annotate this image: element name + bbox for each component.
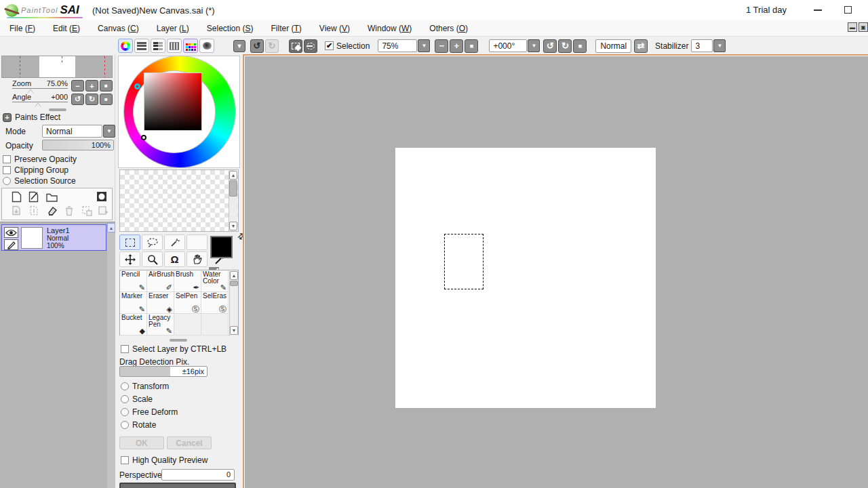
mdi-restore-button[interactable]: ▣: [859, 22, 868, 32]
clipping-group-checkbox[interactable]: [3, 166, 11, 174]
nav-zoom-out-button[interactable]: −: [71, 80, 84, 92]
angle-reset-button[interactable]: ■: [573, 39, 587, 53]
scroll-thumb[interactable]: [229, 180, 237, 197]
swatches-scrollbar[interactable]: ▲ ▼: [229, 171, 237, 231]
perspective-input[interactable]: 0: [161, 469, 235, 481]
high-quality-preview-checkbox[interactable]: [121, 456, 129, 464]
zoom-out-button[interactable]: −: [435, 39, 448, 53]
navigator-zoom-slider[interactable]: Zoom 75.0%: [12, 79, 68, 89]
merge-down-button[interactable]: [28, 205, 40, 217]
scroll-down-button[interactable]: ▼: [229, 222, 237, 230]
menu-item-edit[interactable]: Edit (E): [53, 24, 80, 33]
toolbar-overflow-dropdown[interactable]: ▼: [233, 40, 245, 52]
minimize-button[interactable]: [803, 0, 833, 20]
view-mode-button[interactable]: Normal: [595, 39, 631, 53]
tool-pencil[interactable]: Pencil✎: [120, 270, 147, 292]
sv-marker[interactable]: [141, 135, 146, 140]
paste-layer-button[interactable]: [97, 205, 109, 217]
swatches-panel[interactable]: ▲ ▼: [119, 169, 239, 232]
zoom-dropdown-button[interactable]: ▼: [418, 39, 430, 52]
copy-layer-button[interactable]: [81, 205, 93, 217]
zoom-tool[interactable]: [142, 251, 163, 267]
select-layer-checkbox[interactable]: [121, 345, 129, 353]
layer-mode-field[interactable]: Normal: [42, 125, 102, 138]
scroll-down-button[interactable]: ▼: [230, 326, 238, 335]
layer-list-scrollbar[interactable]: ▲: [107, 223, 115, 488]
selection-source-row[interactable]: Selection Source: [3, 176, 76, 186]
mdi-minimize-button[interactable]: ▬: [848, 22, 857, 32]
scroll-up-button[interactable]: ▲: [230, 271, 238, 280]
nav-zoom-reset-button[interactable]: ■: [100, 80, 113, 92]
radio-button[interactable]: [121, 395, 129, 403]
opacity-slider[interactable]: 100%: [42, 140, 114, 150]
tool-seleras[interactable]: SelErasⓈ: [201, 292, 229, 314]
transform-option-scale[interactable]: Scale: [121, 394, 153, 404]
layer-thumbnail[interactable]: [21, 227, 43, 249]
menu-item-file[interactable]: File (F): [9, 24, 35, 33]
menu-item-layer[interactable]: Layer (L): [157, 24, 189, 33]
select-layer-row[interactable]: Select Layer by CTRL+LB: [121, 344, 226, 354]
tool-eraser[interactable]: Eraser◈: [147, 292, 174, 314]
selection-toggle[interactable]: ✔ Selection: [325, 41, 372, 51]
invert-selection-button[interactable]: [304, 39, 317, 53]
color-mixer-panel-button[interactable]: [167, 39, 182, 53]
layer-mode-dropdown-button[interactable]: ▼: [103, 125, 115, 138]
tool-grid-scrollbar[interactable]: ▲ ▼: [229, 271, 238, 336]
menu-item-canvas[interactable]: Canvas (C): [98, 24, 139, 33]
nav-angle-reset-button[interactable]: ■: [100, 94, 113, 105]
clear-layer-button[interactable]: [45, 205, 58, 217]
zoom-reset-button[interactable]: ■: [465, 39, 478, 53]
tool-empty-slot[interactable]: [174, 314, 201, 336]
menu-item-others[interactable]: Others (O): [429, 24, 468, 33]
menu-item-window[interactable]: Window (W): [368, 24, 412, 33]
rgb-slider-panel-button[interactable]: [134, 39, 149, 53]
stabilizer-dropdown-button[interactable]: ▼: [713, 39, 726, 52]
transform-option-rotate[interactable]: Rotate: [121, 420, 156, 430]
foreground-color-swatch[interactable]: [210, 236, 233, 258]
nav-zoom-in-button[interactable]: +: [85, 80, 98, 92]
radio-button[interactable]: [121, 421, 129, 429]
selection-rectangle[interactable]: [444, 234, 484, 289]
high-quality-preview-row[interactable]: High Quality Preview: [121, 455, 208, 465]
menu-item-selection[interactable]: Selection (S): [207, 24, 254, 33]
radio-button[interactable]: [121, 382, 129, 390]
layer-paint-mode-toggle[interactable]: [4, 239, 18, 250]
menu-item-view[interactable]: View (V): [319, 24, 350, 33]
rect-select-tool[interactable]: [119, 235, 140, 250]
tool-selpen[interactable]: SelPenⓈ: [174, 292, 201, 314]
scroll-up-button[interactable]: ▲: [107, 223, 115, 232]
color-wheel-panel-button[interactable]: [118, 39, 133, 53]
angle-slider-handle[interactable]: [35, 102, 41, 107]
tool-empty-slot[interactable]: [201, 314, 229, 336]
rotate-ccw-button[interactable]: ↺: [543, 39, 557, 53]
bottom-panel-button[interactable]: [119, 483, 236, 488]
tool-bucket[interactable]: Bucket◆: [120, 314, 147, 336]
tool-legacy-pen[interactable]: Legacy Pen✎: [147, 314, 174, 336]
transform-option-free-deform[interactable]: Free Deform: [121, 407, 178, 417]
expand-plus-icon[interactable]: +: [3, 113, 12, 122]
new-layer-button[interactable]: [10, 190, 22, 203]
nav-rotate-ccw-button[interactable]: ↺: [71, 94, 84, 105]
transform-option-transform[interactable]: Transform: [121, 382, 169, 391]
transfer-down-button[interactable]: [10, 205, 22, 217]
clipping-group-row[interactable]: Clipping Group: [3, 165, 68, 175]
tool-marker[interactable]: Marker✎: [120, 292, 147, 314]
swatches-panel-button[interactable]: [183, 39, 198, 53]
layer-item[interactable]: Layer1 Normal 100%: [1, 224, 106, 251]
undo-button[interactable]: ↺: [250, 39, 264, 53]
empty-tool-slot[interactable]: [186, 235, 208, 250]
zoom-value-field[interactable]: 75%: [378, 39, 417, 52]
menu-item-filter[interactable]: Filter (T): [271, 24, 302, 33]
tool-water-color[interactable]: Water Color✎: [201, 270, 229, 292]
drag-detection-slider[interactable]: ±16pix: [119, 366, 208, 377]
tool-brush[interactable]: Brush✒: [174, 270, 201, 292]
deselect-button[interactable]: [289, 39, 302, 53]
move-tool[interactable]: [119, 251, 140, 267]
layer-visibility-toggle[interactable]: [4, 227, 18, 238]
navigator-preview[interactable]: [1, 56, 113, 78]
new-folder-button[interactable]: [45, 191, 58, 203]
stabilizer-value-field[interactable]: 3: [691, 39, 713, 52]
new-linework-layer-button[interactable]: [28, 190, 40, 203]
rotate-canvas-tool[interactable]: Ω: [164, 251, 185, 267]
scroll-thumb[interactable]: [230, 281, 238, 286]
